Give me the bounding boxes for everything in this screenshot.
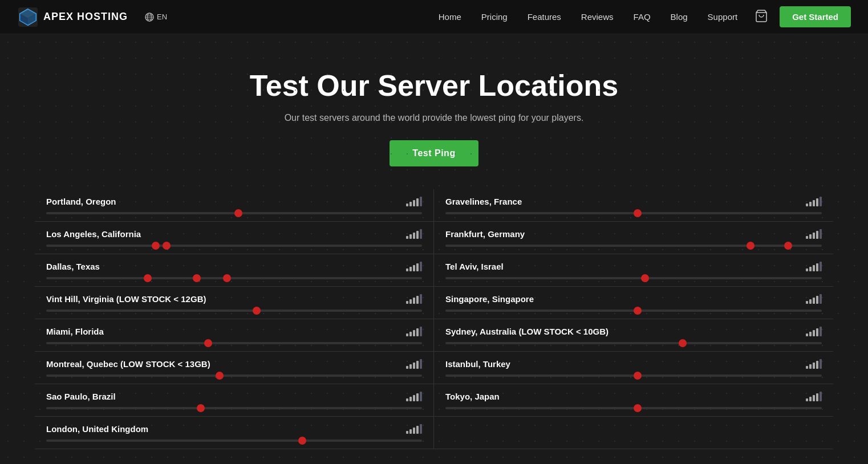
location-bar [445, 277, 822, 279]
signal-icon [806, 229, 822, 239]
location-header: Istanbul, Turkey [445, 359, 822, 369]
location-item-right[interactable]: Frankfurt, Germany [434, 222, 833, 254]
hero-subtitle: Our test servers around the world provid… [11, 113, 857, 123]
location-bar [445, 407, 822, 409]
location-bar [46, 342, 422, 344]
location-header: Sao Paulo, Brazil [46, 391, 422, 401]
nav-faq[interactable]: FAQ [634, 12, 651, 22]
cart-icon[interactable] [755, 9, 768, 25]
location-name: Tokyo, Japan [445, 392, 500, 401]
location-name: Sao Paulo, Brazil [46, 392, 116, 401]
hero-title: Test Our Server Locations [11, 68, 857, 103]
location-bar [46, 375, 422, 377]
location-bar [46, 277, 422, 279]
location-name: Istanbul, Turkey [445, 359, 510, 369]
logo-text: APEX HOSTING [43, 11, 128, 23]
signal-icon [406, 359, 422, 369]
signal-icon [806, 391, 822, 401]
location-item-left[interactable]: Sao Paulo, Brazil [35, 384, 434, 417]
main-content: Test Our Server Locations Our test serve… [0, 34, 868, 464]
location-bar [46, 212, 422, 214]
location-header: London, United Kingdom [46, 424, 422, 434]
location-item-left[interactable]: Miami, Florida [35, 319, 434, 352]
signal-icon [806, 359, 822, 369]
nav-features[interactable]: Features [528, 12, 561, 22]
signal-icon [406, 391, 422, 401]
signal-icon [806, 326, 822, 336]
signal-icon [406, 261, 422, 271]
location-name: Frankfurt, Germany [445, 229, 525, 239]
location-name: Miami, Florida [46, 327, 104, 336]
location-name: Portland, Oregon [46, 197, 116, 206]
location-bar [445, 375, 822, 377]
logo[interactable]: APEX HOSTING [17, 6, 128, 28]
location-item-left[interactable]: London, United Kingdom [35, 417, 434, 449]
hero-section: Test Our Server Locations Our test serve… [0, 34, 868, 189]
location-header: Singapore, Singapore [445, 294, 822, 304]
location-name: Los Angeles, California [46, 229, 141, 239]
location-item-left[interactable]: Montreal, Quebec (LOW STOCK < 13GB) [35, 352, 434, 384]
location-bar [445, 342, 822, 344]
location-header: Frankfurt, Germany [445, 229, 822, 239]
location-item-right[interactable]: Tel Aviv, Israel [434, 254, 833, 287]
location-header: Sydney, Australia (LOW STOCK < 10GB) [445, 326, 822, 336]
location-bar [46, 407, 422, 409]
location-name: Vint Hill, Virginia (LOW STOCK < 12GB) [46, 294, 206, 304]
location-item-left[interactable]: Dallas, Texas [35, 254, 434, 287]
location-bar [445, 212, 822, 214]
location-header: Tokyo, Japan [445, 391, 822, 401]
nav-support[interactable]: Support [708, 12, 738, 22]
location-name: Gravelines, France [445, 197, 522, 206]
nav-links: Home Pricing Features Reviews FAQ Blog S… [439, 12, 737, 22]
location-item-right[interactable]: Gravelines, France [434, 189, 833, 222]
location-item-right[interactable]: Sydney, Australia (LOW STOCK < 10GB) [434, 319, 833, 352]
location-header: Dallas, Texas [46, 261, 422, 271]
signal-icon [406, 196, 422, 206]
nav-reviews[interactable]: Reviews [581, 12, 614, 22]
language-label: EN [157, 13, 167, 21]
location-name: Sydney, Australia (LOW STOCK < 10GB) [445, 327, 609, 336]
location-header: Montreal, Quebec (LOW STOCK < 13GB) [46, 359, 422, 369]
signal-icon [406, 294, 422, 304]
location-header: Portland, Oregon [46, 196, 422, 206]
test-ping-button[interactable]: Test Ping [390, 140, 478, 166]
navbar: APEX HOSTING EN Home Pricing Features Re… [0, 0, 868, 34]
signal-icon [806, 261, 822, 271]
signal-icon [406, 326, 422, 336]
nav-pricing[interactable]: Pricing [481, 12, 508, 22]
location-item-right[interactable]: Singapore, Singapore [434, 287, 833, 319]
location-bar [46, 439, 422, 442]
signal-icon [806, 294, 822, 304]
location-item-right[interactable] [434, 417, 833, 449]
get-started-button[interactable]: Get Started [780, 6, 851, 27]
location-header: Tel Aviv, Israel [445, 261, 822, 271]
signal-icon [406, 424, 422, 434]
locations-grid: Portland, Oregon Gravelines, France [18, 189, 850, 449]
location-item-left[interactable]: Los Angeles, California [35, 222, 434, 254]
location-name: London, United Kingdom [46, 424, 148, 434]
location-item-left[interactable]: Vint Hill, Virginia (LOW STOCK < 12GB) [35, 287, 434, 319]
nav-home[interactable]: Home [439, 12, 461, 22]
location-header: Miami, Florida [46, 326, 422, 336]
signal-icon [806, 196, 822, 206]
location-item-left[interactable]: Portland, Oregon [35, 189, 434, 222]
signal-icon [406, 229, 422, 239]
language-selector[interactable]: EN [145, 13, 167, 22]
location-header: Gravelines, France [445, 196, 822, 206]
location-item-right[interactable]: Istanbul, Turkey [434, 352, 833, 384]
location-header: Los Angeles, California [46, 229, 422, 239]
location-name: Montreal, Quebec (LOW STOCK < 13GB) [46, 359, 210, 369]
location-bar [46, 245, 422, 247]
location-item-right[interactable]: Tokyo, Japan [434, 384, 833, 417]
location-name: Dallas, Texas [46, 262, 100, 271]
location-name: Singapore, Singapore [445, 294, 534, 304]
location-bar [445, 245, 822, 247]
location-header: Vint Hill, Virginia (LOW STOCK < 12GB) [46, 294, 422, 304]
location-name: Tel Aviv, Israel [445, 262, 504, 271]
nav-blog[interactable]: Blog [671, 12, 688, 22]
location-bar [445, 310, 822, 312]
location-bar [46, 310, 422, 312]
